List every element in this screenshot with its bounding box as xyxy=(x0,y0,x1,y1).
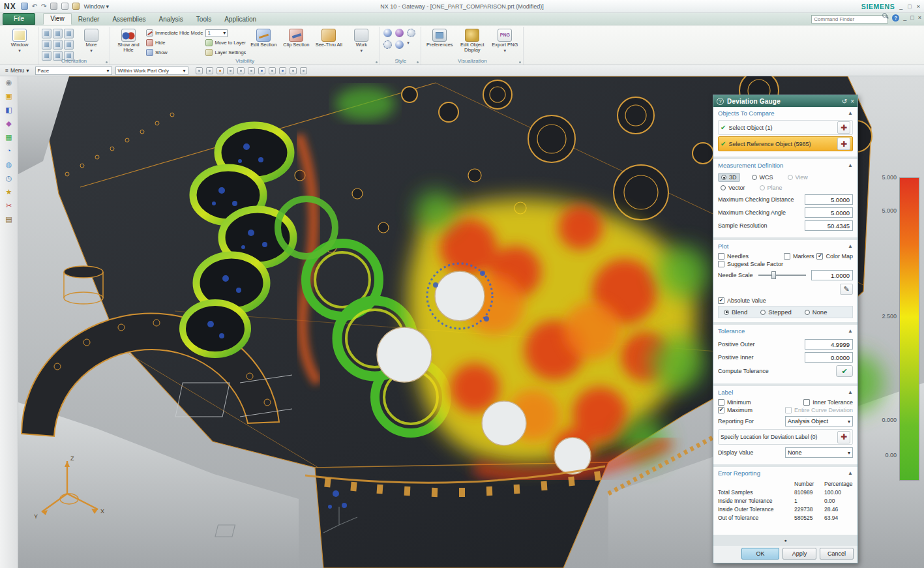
view-top-icon[interactable] xyxy=(64,29,74,38)
save-icon[interactable] xyxy=(21,3,28,10)
window-menu[interactable]: Window▾ xyxy=(83,3,109,10)
radio-vector[interactable]: Vector xyxy=(718,184,748,192)
radio-none[interactable]: None xyxy=(802,308,830,316)
snap-existing-point-icon[interactable] xyxy=(279,67,286,74)
window-button[interactable]: Window ▾ xyxy=(5,27,35,53)
work-button[interactable]: Work ▾ xyxy=(346,27,376,53)
cancel-button[interactable]: Cancel xyxy=(820,548,854,560)
chevron-down-icon[interactable]: ▾ xyxy=(407,40,417,51)
tab-assemblies[interactable]: Assemblies xyxy=(106,14,152,25)
specify-location-row[interactable]: Specify Location for Deviation Label (0)… xyxy=(718,429,853,445)
tab-application[interactable]: Application xyxy=(218,14,263,25)
snap-mid-point-icon[interactable] xyxy=(237,67,245,74)
minimize-button[interactable]: _ xyxy=(899,3,902,10)
style-studio-icon[interactable] xyxy=(395,40,404,49)
style-shaded-edges-icon[interactable] xyxy=(395,29,404,37)
slider-handle[interactable] xyxy=(771,271,776,279)
select-object-button[interactable]: ✚ xyxy=(837,121,850,134)
view-front-icon[interactable] xyxy=(42,40,52,50)
reuse-library-icon[interactable]: ▦ xyxy=(5,133,12,142)
needle-scale-field[interactable]: 1.0000 xyxy=(811,270,853,280)
max-checking-distance-field[interactable]: 5.0000 xyxy=(805,194,853,205)
orientation-more-button[interactable]: More ▾ xyxy=(76,27,106,53)
help-icon[interactable]: ? xyxy=(892,14,899,22)
resource-pin-icon[interactable]: ◉ xyxy=(6,78,12,87)
dialog-title-bar[interactable]: ? Deviation Gauge ↺ × xyxy=(713,95,857,107)
dialog-resize-handle[interactable]: ● xyxy=(713,537,857,543)
select-reference-object-row[interactable]: ✔ Select Reference Object (5985) ✚ xyxy=(718,136,853,151)
view-back-icon[interactable] xyxy=(64,40,74,50)
view-isometric-icon[interactable] xyxy=(53,29,63,38)
move-to-layer-button[interactable]: Move to Layer xyxy=(205,38,246,47)
edit-color-map-button[interactable]: ✎ xyxy=(840,284,853,295)
manufacturing-wizard-icon[interactable]: ✂ xyxy=(6,202,12,210)
apply-button[interactable]: Apply xyxy=(782,548,816,560)
color-map-checkbox[interactable]: ✔ xyxy=(816,253,823,260)
view-right-icon[interactable] xyxy=(53,40,63,50)
dialog-launcher[interactable] xyxy=(106,61,108,63)
snap-on-surface-icon[interactable] xyxy=(300,67,307,74)
snap-intersection-icon[interactable] xyxy=(248,67,255,74)
tab-analysis[interactable]: Analysis xyxy=(153,14,190,25)
radio-stepped[interactable]: Stepped xyxy=(758,308,794,316)
export-png-button[interactable]: PNG Export PNG ▾ xyxy=(490,27,520,53)
tab-tools[interactable]: Tools xyxy=(190,14,218,25)
doc-close-button[interactable]: × xyxy=(918,14,921,21)
show-button[interactable]: Show xyxy=(146,48,203,57)
markers-checkbox[interactable] xyxy=(784,253,790,260)
needles-checkbox[interactable] xyxy=(718,253,724,260)
restore-button[interactable]: □ xyxy=(908,3,911,10)
snap-arc-center-icon[interactable] xyxy=(258,67,265,74)
tab-view[interactable]: View xyxy=(43,13,72,25)
compute-tolerance-button[interactable]: ✔ xyxy=(836,365,853,377)
immediate-hide-button[interactable]: Immediate Hide Mode xyxy=(146,29,203,37)
snap-end-point-icon[interactable] xyxy=(227,67,234,74)
constraint-navigator-icon[interactable]: ◧ xyxy=(5,106,12,114)
selection-scope-dropdown[interactable]: Within Work Part Only ▾ xyxy=(115,67,188,75)
hide-button[interactable]: Hide xyxy=(146,38,203,47)
tab-file[interactable]: File xyxy=(3,13,35,25)
select-previous-icon[interactable] xyxy=(206,67,213,74)
cut-icon[interactable] xyxy=(50,3,57,10)
dialog-close-icon[interactable]: × xyxy=(850,98,854,105)
work-layer-input[interactable]: 1 ▾ xyxy=(205,29,228,37)
display-value-dropdown[interactable]: None ▾ xyxy=(785,447,853,458)
doc-minimize-button[interactable]: _ xyxy=(903,14,906,21)
snap-quadrant-icon[interactable] xyxy=(269,67,276,74)
roles-icon[interactable]: ▤ xyxy=(5,215,12,224)
reset-icon[interactable]: ↺ xyxy=(842,98,847,105)
sample-resolution-field[interactable]: 50.4345 xyxy=(805,220,853,231)
inner-tolerance-checkbox[interactable] xyxy=(803,399,810,406)
paste-icon[interactable] xyxy=(72,3,80,10)
radio-wcs[interactable]: WCS xyxy=(749,173,776,181)
maximum-checkbox[interactable]: ✔ xyxy=(718,407,724,413)
minimum-checkbox[interactable] xyxy=(718,399,724,406)
web-browser-icon[interactable]: ◍ xyxy=(6,160,12,169)
radio-3d[interactable]: 3D xyxy=(718,173,740,182)
suggest-scale-factor-checkbox[interactable] xyxy=(718,261,724,267)
close-button[interactable]: × xyxy=(917,3,920,10)
undo-icon[interactable]: ↶ xyxy=(32,3,37,10)
snap-on-curve-icon[interactable] xyxy=(290,67,297,74)
collapse-icon[interactable]: ▲ xyxy=(848,243,853,249)
select-object-row[interactable]: ✔ Select Object (1) ✚ xyxy=(718,120,853,135)
select-highlight-icon[interactable] xyxy=(196,67,203,74)
command-finder-input[interactable] xyxy=(811,15,888,23)
view-trimetric-icon[interactable] xyxy=(42,29,52,38)
clip-section-button[interactable]: Clip Section xyxy=(281,27,311,48)
part-navigator-icon[interactable]: ◆ xyxy=(6,119,11,128)
hd3d-tools-icon[interactable]: ◔ xyxy=(7,147,11,155)
preferences-button[interactable]: Preferences xyxy=(425,27,455,48)
spinner-icon[interactable]: ▾ xyxy=(223,30,226,36)
tab-render[interactable]: Render xyxy=(72,14,106,25)
positive-outer-field[interactable]: 4.9999 xyxy=(805,339,853,350)
positive-inner-field[interactable]: 0.0000 xyxy=(805,352,853,363)
reporting-for-dropdown[interactable]: Analysis Object ▾ xyxy=(785,416,853,426)
layer-settings-button[interactable]: Layer Settings xyxy=(205,48,246,57)
command-finder[interactable] xyxy=(811,12,888,23)
assembly-navigator-icon[interactable]: ▣ xyxy=(5,92,12,100)
doc-restore-button[interactable]: □ xyxy=(910,14,914,21)
collapse-icon[interactable]: ▲ xyxy=(848,110,853,116)
copy-icon[interactable] xyxy=(61,3,68,10)
absolute-value-checkbox[interactable]: ✔ xyxy=(718,297,724,304)
